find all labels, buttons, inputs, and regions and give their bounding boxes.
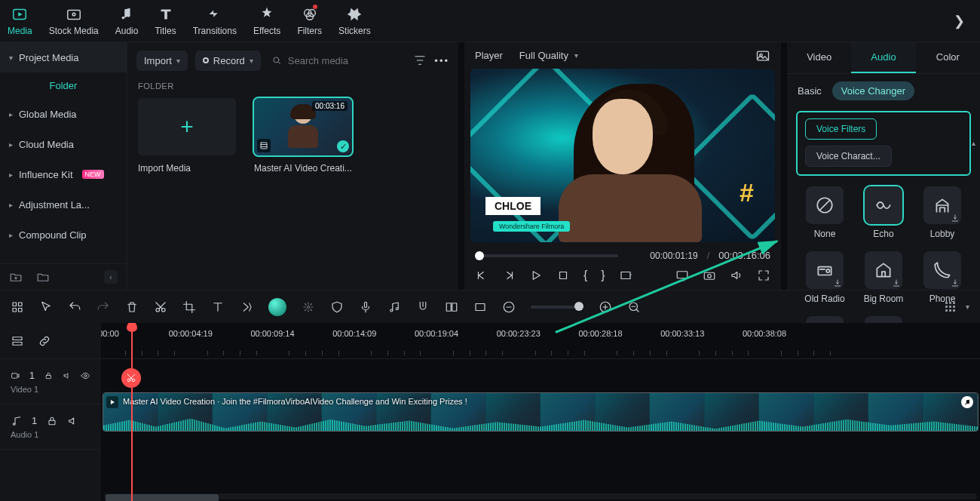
subtab-basic[interactable]: Basic <box>798 85 822 97</box>
stop-icon[interactable] <box>556 269 570 282</box>
effect-none[interactable]: None <box>799 186 850 239</box>
preview[interactable]: # CHLOE Wondershare Filmora <box>470 69 775 242</box>
volume-icon[interactable] <box>730 269 743 282</box>
panel-collapse-icon[interactable]: ▴ <box>972 139 975 147</box>
timeline-layers-icon[interactable] <box>11 334 24 348</box>
mark-in[interactable]: { <box>583 269 587 282</box>
mic-icon[interactable] <box>359 300 372 314</box>
mute-icon[interactable] <box>67 415 79 427</box>
module-titles[interactable]: Titles <box>155 6 176 36</box>
svg-point-3 <box>72 13 75 16</box>
zoom-fit-icon[interactable] <box>627 300 641 314</box>
cut-marker[interactable] <box>121 368 141 388</box>
prev-frame-icon[interactable] <box>475 269 488 282</box>
display-icon[interactable] <box>675 269 689 282</box>
zoom-in-icon[interactable] <box>599 300 612 314</box>
mute-icon[interactable] <box>63 370 72 382</box>
ai-tool-icon[interactable] <box>268 298 286 316</box>
effect-old-radio[interactable]: Old Radio <box>799 251 850 304</box>
video-track-header[interactable]: 1 Video 1 <box>0 359 101 404</box>
next-frame-icon[interactable] <box>502 269 516 282</box>
audio-track-header[interactable]: 1 Audio 1 <box>0 404 101 450</box>
snapshot-icon[interactable] <box>755 48 770 63</box>
sidebar-project-media[interactable]: ▾ Project Media <box>0 42 127 72</box>
more-menu[interactable]: ••• <box>434 55 449 66</box>
search-media[interactable] <box>268 50 406 71</box>
camera-icon[interactable] <box>703 269 716 282</box>
sidebar-influence-kit[interactable]: ▸Influence KitNEW <box>0 159 127 189</box>
tab-audio[interactable]: Audio <box>851 42 915 73</box>
tab-color[interactable]: Color <box>916 42 980 73</box>
track-body[interactable]: 00:0000:00:04:1900:00:09:1400:00:14:0900… <box>101 323 980 501</box>
tab-video[interactable]: Video <box>787 42 851 73</box>
module-media[interactable]: Media <box>8 6 32 36</box>
fullscreen-icon[interactable] <box>757 269 770 282</box>
quality-select[interactable]: Full Quality▾ <box>515 47 583 64</box>
aspect-icon[interactable] <box>473 300 487 314</box>
lock-icon[interactable] <box>46 415 58 427</box>
ruler-tick: 00:00:04:19 <box>169 329 213 338</box>
aspect-select[interactable] <box>619 269 632 282</box>
lock-icon[interactable] <box>44 370 54 382</box>
add-folder-icon[interactable] <box>9 270 23 284</box>
music-tool-icon[interactable] <box>387 300 401 314</box>
redo-icon[interactable] <box>96 300 110 314</box>
play-icon[interactable] <box>529 269 543 282</box>
more-tools-icon[interactable] <box>240 300 253 314</box>
media-clip[interactable]: 00:03:16 ✓ Master AI Video Creati... <box>254 98 352 174</box>
time-ruler[interactable]: 00:0000:00:04:1900:00:09:1400:00:14:0900… <box>101 323 980 359</box>
svg-point-50 <box>968 402 969 404</box>
visibility-icon[interactable] <box>81 370 90 382</box>
module-transitions[interactable]: Transitions <box>193 6 237 36</box>
tool-grid-icon[interactable] <box>11 300 24 314</box>
effect-phone[interactable]: Phone <box>917 251 968 304</box>
import-media-cell[interactable]: + Import Media <box>138 98 236 174</box>
svg-rect-16 <box>677 272 688 278</box>
voice-filters-button[interactable]: Voice Filters <box>805 118 877 140</box>
modules-scroll-right[interactable]: ❯ <box>946 13 972 29</box>
playhead[interactable] <box>131 323 133 501</box>
zoom-slider[interactable] <box>531 306 583 309</box>
svg-rect-17 <box>704 272 715 279</box>
voice-characters-button[interactable]: Voice Charact... <box>805 146 892 167</box>
svg-point-18 <box>708 275 712 278</box>
crop-icon[interactable] <box>182 300 196 314</box>
sidebar-folder[interactable]: Folder <box>0 72 127 99</box>
effect-echo[interactable]: Echo <box>858 186 909 239</box>
sidebar-compound-clip[interactable]: ▸Compound Clip <box>0 220 127 250</box>
sidebar-global-media[interactable]: ▸Global Media <box>0 99 127 129</box>
sparkle-icon[interactable] <box>302 300 315 314</box>
split-screen-icon[interactable] <box>445 300 458 314</box>
tool-pointer-icon[interactable] <box>39 300 53 314</box>
svg-rect-30 <box>365 302 367 308</box>
module-stock-media[interactable]: Stock Media <box>49 6 99 36</box>
folder-icon[interactable] <box>36 270 50 284</box>
sidebar-adjustment-layer[interactable]: ▸Adjustment La... <box>0 189 127 220</box>
cut-icon[interactable] <box>154 300 167 314</box>
svg-marker-1 <box>19 12 23 17</box>
filter-icon[interactable] <box>413 54 427 67</box>
undo-icon[interactable] <box>68 300 81 314</box>
effect-big-room[interactable]: Big Room <box>858 251 909 304</box>
collapse-sidebar[interactable]: ‹ <box>104 270 118 284</box>
scrub-track[interactable] <box>475 254 618 257</box>
shield-icon[interactable] <box>330 300 344 314</box>
import-button[interactable]: Import▾ <box>136 51 188 71</box>
delete-icon[interactable] <box>125 300 139 314</box>
timeline-scrollbar[interactable] <box>104 493 977 499</box>
subtab-voice-changer[interactable]: Voice Changer <box>832 81 914 100</box>
search-input[interactable] <box>288 55 403 66</box>
module-stickers[interactable]: Stickers <box>338 6 371 36</box>
sidebar-cloud-media[interactable]: ▸Cloud Media <box>0 129 127 159</box>
module-effects[interactable]: Effects <box>253 6 280 36</box>
video-clip[interactable]: Master AI Video Creation · Join the #Fil… <box>103 392 978 432</box>
mark-out[interactable]: } <box>601 269 605 282</box>
text-tool-icon[interactable] <box>211 300 225 314</box>
module-filters[interactable]: Filters <box>297 6 322 36</box>
module-audio[interactable]: Audio <box>115 6 139 36</box>
effect-lobby[interactable]: Lobby <box>917 186 968 239</box>
record-button[interactable]: Record▾ <box>195 51 261 71</box>
timeline-link-icon[interactable] <box>38 334 51 348</box>
magnet-icon[interactable] <box>416 300 430 314</box>
zoom-out-icon[interactable] <box>502 300 516 314</box>
